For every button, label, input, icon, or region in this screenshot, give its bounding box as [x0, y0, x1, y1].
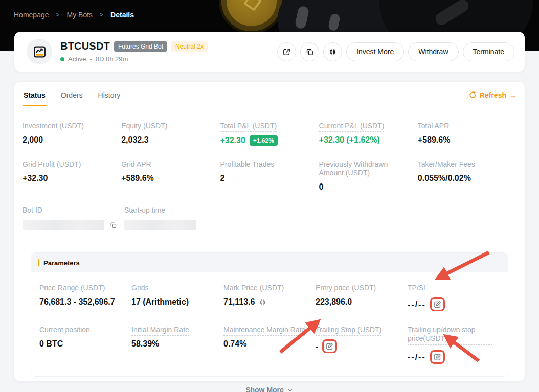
- details-card: Status Orders History Refresh → Investme…: [14, 82, 525, 381]
- stat-total-apr: Total APR +589.6%: [418, 122, 516, 146]
- candlestick-icon: [328, 48, 337, 56]
- refresh-link[interactable]: Refresh →: [469, 91, 516, 99]
- withdraw-button[interactable]: Withdraw: [408, 42, 458, 61]
- bot-symbol: BTCUSDT: [60, 40, 110, 52]
- stat-startup-time: Start-up time: [124, 206, 222, 230]
- param-grids: Grids 17 (Arithmetic): [131, 284, 223, 311]
- status-dot-icon: [60, 57, 64, 61]
- pnl-percent-badge: +1.62%: [250, 135, 278, 146]
- breadcrumb-my-bots[interactable]: My Bots: [67, 11, 93, 19]
- share-icon: [282, 48, 291, 56]
- tab-orders[interactable]: Orders: [60, 83, 84, 106]
- stat-profitable-trades: Profitable Trades 2: [220, 160, 319, 192]
- copy-bot-button[interactable]: [300, 42, 319, 61]
- edit-icon: [433, 300, 442, 309]
- grid-bot-logo-icon: [33, 45, 47, 59]
- edit-icon: [325, 342, 334, 351]
- refresh-arrow-icon: →: [509, 91, 516, 99]
- uptime-text: 0D 0h 29m: [96, 55, 128, 63]
- annotation-highlight-box: [430, 350, 445, 364]
- param-entry-price: Entry price (USDT) 223,896.0: [316, 284, 408, 311]
- startup-time-redacted-value: [124, 220, 196, 230]
- accent-bar-icon: [38, 259, 39, 266]
- bot-id-redacted-value: [23, 220, 104, 230]
- parameters-title: Parameters: [43, 259, 80, 267]
- breadcrumb-separator: >: [56, 11, 60, 18]
- tabs-bar: Status Orders History Refresh →: [14, 82, 525, 108]
- stat-bot-id: Bot ID: [23, 206, 124, 230]
- parameters-header: Parameters: [31, 253, 508, 272]
- bot-leverage-badge: Neutral 2x: [171, 41, 208, 52]
- stat-equity: Equity (USDT) 2,032.3: [121, 122, 220, 146]
- status-text: Active: [68, 55, 86, 63]
- tab-history[interactable]: History: [97, 83, 122, 106]
- chevron-down-icon: [287, 387, 294, 392]
- copy-bot-id-icon[interactable]: [109, 221, 117, 229]
- stat-total-pnl: Total P&L (USDT) +32.30 +1.62%: [220, 122, 319, 146]
- annotation-highlight-box: [322, 339, 337, 353]
- tpsl-edit-button[interactable]: [433, 300, 442, 309]
- copy-icon: [305, 48, 314, 56]
- stat-current-pnl: Current P&L (USDT) +32.30 (+1.62%): [319, 122, 418, 146]
- param-current-position: Current position 0 BTC: [39, 326, 131, 364]
- param-initial-margin-rate: Initial Margin Rate 58.39%: [131, 326, 223, 364]
- gold-coin-graphic: [219, 0, 284, 34]
- edit-icon: [433, 353, 442, 361]
- param-trailing-updown-stop: Trailing up/down stop price(USDT) --/--: [408, 326, 500, 364]
- stat-grid-profit: Grid Profit (USDT) +32.30: [23, 160, 121, 192]
- tab-status[interactable]: Status: [23, 83, 47, 106]
- chart-button[interactable]: [323, 42, 342, 61]
- bot-avatar: [27, 39, 52, 64]
- breadcrumb-details: Details: [110, 11, 134, 19]
- refresh-icon: [469, 91, 477, 99]
- mark-price-candlestick-icon[interactable]: [259, 298, 266, 306]
- show-more-button[interactable]: Show More: [23, 386, 516, 392]
- breadcrumb-homepage[interactable]: Homepage: [14, 11, 49, 19]
- stat-investment: Investment (USDT) 2,000: [23, 122, 121, 146]
- breadcrumb-separator: >: [100, 11, 103, 18]
- share-button[interactable]: [277, 42, 296, 61]
- param-mark-price: Mark Price (USDT) 71,113.6: [223, 284, 316, 311]
- param-trailing-stop: Trailing Stop (USDT) -: [316, 326, 408, 364]
- stat-prev-withdrawn: Previously Withdrawn Amount (USDT) 0: [319, 160, 418, 192]
- param-price-range: Price Range (USDT) 76,681.3 - 352,696.7: [39, 284, 131, 311]
- bot-header-card: BTCUSDT Futures Grid Bot Neutral 2x Acti…: [14, 32, 525, 72]
- terminate-button[interactable]: Terminate: [463, 42, 514, 61]
- bot-type-badge: Futures Grid Bot: [114, 41, 167, 52]
- bot-status: Active - 0D 0h 29m: [60, 55, 208, 63]
- status-separator: -: [89, 55, 92, 63]
- stat-fees: Taker/Maker Fees 0.055%/0.02%: [418, 160, 516, 192]
- breadcrumb: Homepage > My Bots > Details: [14, 11, 134, 19]
- parameters-section: Parameters Price Range (USDT) 76,681.3 -…: [31, 252, 508, 377]
- param-tpsl: TP/SL --/--: [408, 284, 500, 311]
- param-maintenance-margin-rate: Maintenance Margin Rate 0.74%: [223, 326, 316, 364]
- trailing-updown-edit-button[interactable]: [433, 353, 442, 361]
- annotation-highlight-box: [430, 297, 445, 311]
- invest-more-button[interactable]: Invest More: [346, 42, 404, 61]
- trailing-stop-edit-button[interactable]: [325, 342, 334, 351]
- stat-grid-apr: Grid APR +589.6%: [121, 160, 220, 192]
